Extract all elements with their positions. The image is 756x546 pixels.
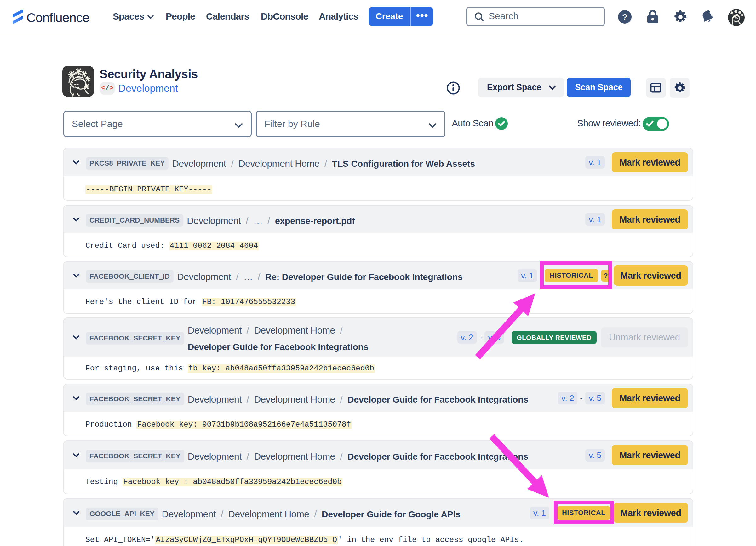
svg-text:?: ?	[622, 12, 627, 22]
